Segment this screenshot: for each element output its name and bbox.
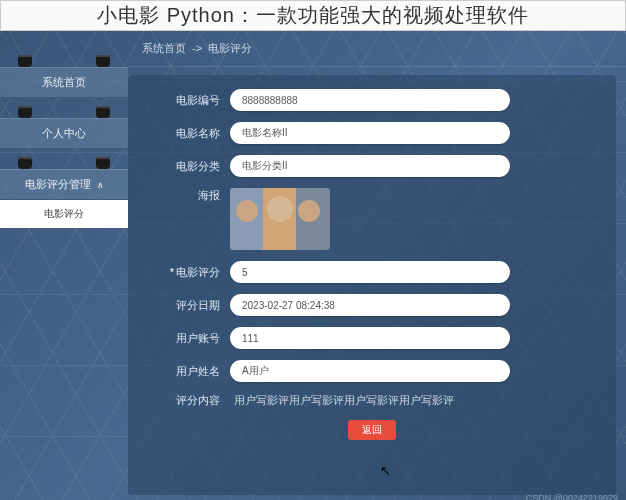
sidebar-item-home[interactable]: 系统首页 [0, 67, 128, 98]
label-poster: 海报 [148, 188, 230, 203]
sidebar: 系统首页 个人中心 电影评分管理 ∧ 电影评分 [0, 31, 128, 500]
input-user-name[interactable]: A用户 [230, 360, 510, 382]
breadcrumb: 系统首页 -> 电影评分 [128, 31, 626, 67]
input-user-account[interactable]: 111 [230, 327, 510, 349]
label-movie-name: 电影名称 [148, 126, 230, 141]
input-movie-name[interactable]: 电影名称II [230, 122, 510, 144]
label-user-name: 用户姓名 [148, 364, 230, 379]
clip-icon [96, 106, 110, 118]
page-title: 小电影 Python：一款功能强大的视频处理软件 [0, 0, 626, 31]
input-rate-date[interactable]: 2023-02-27 08:24:38 [230, 294, 510, 316]
watermark: CSDN @00242219979 [526, 493, 618, 500]
label-user-account: 用户账号 [148, 331, 230, 346]
label-content: 评分内容 [148, 393, 230, 408]
input-rating[interactable]: 5 [230, 261, 510, 283]
main-panel: 系统首页 -> 电影评分 电影编号 8888888888 电影名称 电影名称II… [128, 31, 626, 500]
input-movie-id[interactable]: 8888888888 [230, 89, 510, 111]
content-text: 用户写影评用户写影评用户写影评用户写影评 [230, 393, 454, 408]
clip-icon [18, 55, 32, 67]
clip-icon [18, 106, 32, 118]
form-panel: 电影编号 8888888888 电影名称 电影名称II 电影分类 电影分类II … [128, 75, 616, 495]
sidebar-item-label: 电影评分管理 [25, 177, 91, 192]
breadcrumb-sep: -> [192, 42, 202, 54]
clip-icon [96, 55, 110, 67]
sidebar-item-personal[interactable]: 个人中心 [0, 118, 128, 149]
input-movie-category[interactable]: 电影分类II [230, 155, 510, 177]
label-movie-id: 电影编号 [148, 93, 230, 108]
poster-image[interactable] [230, 188, 330, 250]
back-button[interactable]: 返回 [348, 420, 396, 440]
label-movie-category: 电影分类 [148, 159, 230, 174]
clip-icon [18, 157, 32, 169]
chevron-up-icon: ∧ [97, 180, 104, 190]
label-rate-date: 评分日期 [148, 298, 230, 313]
clip-icon [96, 157, 110, 169]
sidebar-item-rating-mgmt[interactable]: 电影评分管理 ∧ [0, 169, 128, 200]
sidebar-subitem-rating[interactable]: 电影评分 [0, 200, 128, 228]
breadcrumb-home[interactable]: 系统首页 [142, 42, 186, 54]
breadcrumb-current: 电影评分 [208, 42, 252, 54]
label-rating: 电影评分 [148, 265, 230, 280]
